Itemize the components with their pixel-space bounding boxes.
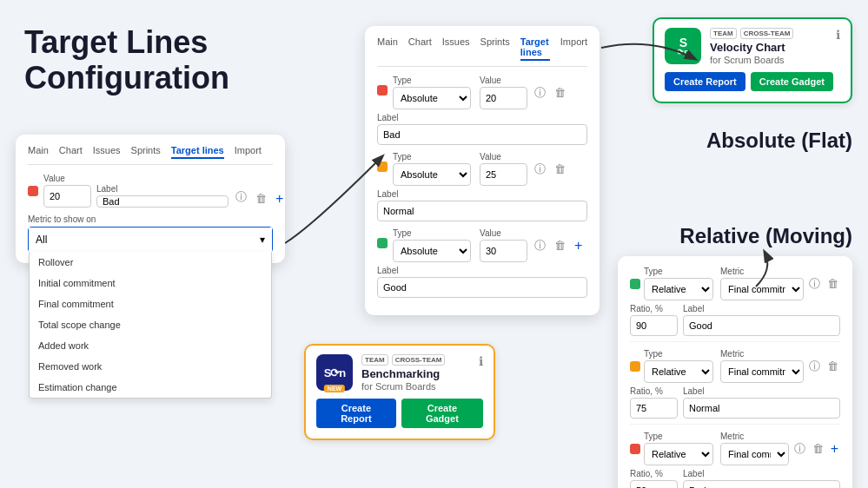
label-input-3[interactable] <box>377 277 587 298</box>
color-dot-green-3 <box>377 238 388 248</box>
dropdown-list: Rollover Initial commitment Final commit… <box>29 252 272 399</box>
value-input-1[interactable] <box>480 87 527 109</box>
top-config-panel: Main Chart Issues Sprints Target lines I… <box>365 26 600 315</box>
metric-dropdown[interactable]: All ▾ Rollover Initial commitment Final … <box>28 227 273 253</box>
rel-ratio-label-2: Ratio, % <box>630 386 678 396</box>
dropdown-item-estimation[interactable]: Estimation change <box>30 377 271 398</box>
tab-chart[interactable]: Chart <box>408 36 432 61</box>
rel-ratio-label-1: Ratio, % <box>630 304 678 313</box>
rel-delete-btn-3[interactable]: 🗑 <box>811 440 825 457</box>
rel-type-label-1: Type <box>644 267 713 276</box>
value-input-2[interactable] <box>480 163 527 186</box>
dropdown-item-added[interactable]: Added work <box>30 335 271 356</box>
rel-label-label-2: Label <box>683 386 840 396</box>
tab-main[interactable]: Main <box>377 36 398 61</box>
left-tab-target-lines[interactable]: Target lines <box>171 145 224 159</box>
type-select-1[interactable]: Absolute <box>393 87 471 109</box>
delete-btn-3[interactable]: 🗑 <box>553 237 567 254</box>
dropdown-item-removed[interactable]: Removed work <box>30 356 271 377</box>
left-tab-sprints[interactable]: Sprints <box>131 145 161 159</box>
velocity-create-gadget-button[interactable]: Create Gadget <box>751 72 833 91</box>
left-label-label: Label <box>96 184 229 194</box>
team-tag: TEAM <box>710 28 737 39</box>
rel-info-btn-2[interactable]: ⓘ <box>807 357 822 376</box>
delete-btn-1[interactable]: 🗑 <box>553 84 567 101</box>
rel-type-select-3[interactable]: Relative <box>644 443 713 465</box>
rel-ratio-input-3[interactable] <box>630 480 678 488</box>
rel-label-label-3: Label <box>683 469 840 478</box>
velocity-card: S ⟳n TEAM CROSS-TEAM Velocity Chart for … <box>653 17 852 103</box>
rel-row-2: Type Relative Metric Final commitment ⓘ … <box>630 349 840 425</box>
velocity-subtitle: for Scrum Boards <box>710 55 793 65</box>
rel-ratio-input-1[interactable] <box>630 315 678 336</box>
rel-ratio-input-2[interactable] <box>630 398 678 419</box>
rel-delete-btn-2[interactable]: 🗑 <box>825 358 840 374</box>
rel-add-btn[interactable]: + <box>829 439 840 458</box>
left-tab-main[interactable]: Main <box>28 145 49 159</box>
main-title: Target Lines Configuration <box>24 24 229 96</box>
rel-delete-btn-1[interactable]: 🗑 <box>825 275 840 292</box>
rel-info-btn-1[interactable]: ⓘ <box>807 274 822 293</box>
velocity-logo: S ⟳n <box>665 28 701 64</box>
info-btn-3[interactable]: ⓘ <box>533 236 547 255</box>
label-input-1[interactable] <box>377 124 587 145</box>
rel-label-val-1[interactable] <box>683 315 840 336</box>
rel-type-label-2: Type <box>644 349 713 359</box>
rel-row-1: Type Relative Metric Final commitment ⓘ … <box>630 267 840 342</box>
rel-ratio-label-3: Ratio, % <box>630 469 678 478</box>
rel-label-val-2[interactable] <box>683 398 840 419</box>
left-tab-import[interactable]: Import <box>235 145 262 159</box>
bench-create-gadget-button[interactable]: Create Gadget <box>401 399 483 428</box>
chevron-down-icon: ▾ <box>260 234 265 246</box>
tab-sprints[interactable]: Sprints <box>480 36 510 61</box>
info-btn-2[interactable]: ⓘ <box>533 160 547 179</box>
tab-target-lines[interactable]: Target lines <box>520 36 550 61</box>
delete-btn-2[interactable]: 🗑 <box>553 161 567 177</box>
left-delete-btn[interactable]: 🗑 <box>254 190 268 208</box>
rel-metric-select-3[interactable]: Final commitment <box>720 443 789 465</box>
dropdown-item-initial[interactable]: Initial commitment <box>30 273 271 293</box>
bench-create-report-button[interactable]: Create Report <box>316 399 396 428</box>
rel-type-select-2[interactable]: Relative <box>644 360 713 383</box>
rel-metric-select-1[interactable]: Final commitment <box>720 278 804 300</box>
top-nav-tabs: Main Chart Issues Sprints Target lines I… <box>377 36 587 67</box>
right-config-panel: Type Relative Metric Final commitment ⓘ … <box>618 256 852 488</box>
velocity-create-report-button[interactable]: Create Report <box>665 72 745 91</box>
bench-info-icon: ℹ <box>479 354 483 368</box>
type-select-2[interactable]: Absolute <box>393 163 471 186</box>
left-add-btn[interactable]: + <box>274 189 285 208</box>
info-btn-1[interactable]: ⓘ <box>533 83 547 102</box>
label-field-label-1: Label <box>377 113 587 122</box>
rel-info-btn-3[interactable]: ⓘ <box>792 439 807 458</box>
left-label-input[interactable] <box>96 195 229 208</box>
info-icon: ℹ <box>836 28 840 42</box>
value-input-3[interactable] <box>480 240 527 262</box>
bench-title: Benchmarking <box>361 367 445 381</box>
absolute-label: Absolute (Flat) <box>706 129 852 153</box>
rel-type-select-1[interactable]: Relative <box>644 278 713 300</box>
type-label-3: Type <box>393 228 471 238</box>
type-select-3[interactable]: Absolute <box>393 240 471 262</box>
bench-subtitle: for Scrum Boards <box>361 381 445 392</box>
left-nav-tabs: Main Chart Issues Sprints Target lines I… <box>28 145 273 165</box>
left-tab-issues[interactable]: Issues <box>93 145 121 159</box>
dropdown-item-final[interactable]: Final commitment <box>30 293 271 314</box>
benchmarking-card: S⟳n NEW TEAM CROSS-TEAM Benchmarking for… <box>304 344 495 440</box>
left-value-label: Value <box>43 174 91 183</box>
left-tab-chart[interactable]: Chart <box>59 145 83 159</box>
rel-metric-select-2[interactable]: Final commitment <box>720 360 804 383</box>
top-row-1: Type Absolute Value ⓘ 🗑 Label <box>377 76 587 145</box>
top-row-3: Type Absolute Value ⓘ 🗑 + Label <box>377 228 587 298</box>
dropdown-item-rollover[interactable]: Rollover <box>30 252 271 273</box>
tab-issues[interactable]: Issues <box>442 36 470 61</box>
label-input-2[interactable] <box>377 201 587 221</box>
left-value-input[interactable] <box>43 185 91 208</box>
rel-label-val-3[interactable] <box>683 480 840 488</box>
rel-label-label-1: Label <box>683 304 840 313</box>
top-row-2: Type Absolute Value ⓘ 🗑 Label <box>377 152 587 221</box>
add-row-btn[interactable]: + <box>573 236 584 255</box>
dropdown-item-total[interactable]: Total scope change <box>30 314 271 335</box>
color-dot-orange-2 <box>377 162 388 172</box>
tab-import[interactable]: Import <box>560 36 587 61</box>
left-info-btn[interactable]: ⓘ <box>234 188 248 208</box>
